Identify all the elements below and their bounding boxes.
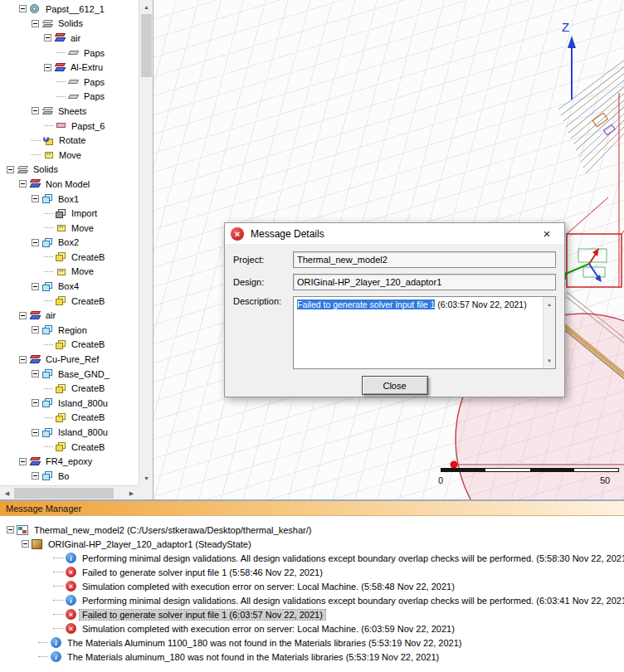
tree-expander-icon[interactable] xyxy=(32,370,39,377)
tree-item-createb[interactable]: CreateB xyxy=(0,250,139,265)
move-icon xyxy=(42,149,55,160)
tree-expander-icon[interactable] xyxy=(19,312,27,319)
tree-expander-icon[interactable] xyxy=(19,180,27,187)
tree-item-createb[interactable]: CreateB xyxy=(0,294,139,309)
description-scrollbar[interactable]: ▲ ▼ xyxy=(543,297,555,368)
tree-connector xyxy=(44,344,53,345)
vscroll-thumb[interactable] xyxy=(141,14,152,77)
tree-item-cu-pure-ref[interactable]: Cu-Pure_Ref xyxy=(0,352,139,367)
tree-item-region[interactable]: Region xyxy=(0,323,139,338)
message-row[interactable]: ×Failed to generate solver input file 1 … xyxy=(0,565,624,579)
tree-item-sheets[interactable]: Sheets xyxy=(0,104,139,119)
tree-expander-icon[interactable] xyxy=(32,472,39,480)
close-button[interactable]: Close xyxy=(362,376,428,395)
tree-item-solids[interactable]: Solids xyxy=(0,17,139,32)
tree-item-label: FR4_epoxy xyxy=(44,456,94,466)
tree-item-box4[interactable]: Box4 xyxy=(0,279,139,294)
close-icon[interactable]: × xyxy=(535,223,558,244)
message-row[interactable]: ×Simulation completed with execution err… xyxy=(0,621,624,635)
tree-item-al-extru[interactable]: Al-Extru xyxy=(0,60,139,75)
tree-item-label: Solids xyxy=(56,18,85,28)
tree-expander-icon[interactable] xyxy=(32,399,39,407)
tree-item-move[interactable]: Move xyxy=(0,148,139,163)
import-icon xyxy=(55,208,67,219)
tree-expander-icon[interactable] xyxy=(32,326,39,334)
message-row[interactable]: ORIGinal-HP_2layer_120_adaptor1 (SteadyS… xyxy=(0,537,624,551)
scroll-down-button[interactable]: ▼ xyxy=(139,471,154,485)
tree-connector xyxy=(53,586,63,587)
tree-item-move[interactable]: Move xyxy=(0,265,139,280)
tree-item-fr4-epoxy[interactable]: FR4_epoxy xyxy=(0,454,139,469)
tree-expander-icon[interactable] xyxy=(19,5,27,12)
hscroll-thumb[interactable] xyxy=(14,488,114,499)
tree-item-island-800u[interactable]: Island_800u xyxy=(0,396,139,411)
project-tree: Papst__612_1SolidsairPapsAl-ExtruPapsPap… xyxy=(0,0,139,485)
create-box-icon xyxy=(55,251,67,262)
message-manager-header[interactable]: Message Manager xyxy=(0,501,624,516)
sheet-icon xyxy=(67,91,80,102)
message-row[interactable]: iThe Materials Aluminum 1100_180 was not… xyxy=(0,635,624,650)
tree-expander-icon[interactable] xyxy=(32,283,39,290)
tree-item-createb[interactable]: CreateB xyxy=(0,381,139,396)
tree-expander-icon[interactable] xyxy=(32,195,39,202)
tree-item-box1[interactable]: Box1 xyxy=(0,192,139,207)
tree-item-solids[interactable]: Solids xyxy=(0,163,139,178)
tree-vertical-scrollbar[interactable]: ▲ ▼ xyxy=(139,0,153,485)
tree-item-bo[interactable]: Bo xyxy=(0,469,139,484)
tree-expander-icon[interactable] xyxy=(44,64,51,71)
scroll-up-button[interactable]: ▲ xyxy=(139,0,154,14)
description-field[interactable]: Failed to generate solver input file 1 (… xyxy=(293,296,556,369)
tree-item-paps[interactable]: Paps xyxy=(0,90,139,105)
scroll-right-button[interactable]: ▶ xyxy=(124,486,139,500)
tree-item-paps[interactable]: Paps xyxy=(0,46,139,61)
tree-expander-icon[interactable] xyxy=(19,356,27,363)
tree-expander-icon[interactable] xyxy=(32,429,39,436)
design-field[interactable]: ORIGinal-HP_2layer_120_adaptor1 xyxy=(293,274,556,290)
scroll-up-icon[interactable]: ▲ xyxy=(547,299,552,310)
tree-item-papst-612-1[interactable]: Papst__612_1 xyxy=(0,2,139,17)
scroll-down-icon[interactable]: ▼ xyxy=(547,355,552,367)
message-row[interactable]: ×Simulation completed with execution err… xyxy=(0,579,624,593)
tree-item-rotate[interactable]: Rotate xyxy=(0,133,139,148)
tree-horizontal-scrollbar[interactable]: ◀ ▶ xyxy=(0,485,139,499)
tree-item-label: Cu-Pure_Ref xyxy=(44,354,100,364)
tree-expander-icon[interactable] xyxy=(19,458,27,465)
tree-item-createb[interactable]: CreateB xyxy=(0,338,139,353)
box-icon xyxy=(41,237,54,248)
scroll-left-button[interactable]: ◀ xyxy=(0,486,14,500)
message-row[interactable]: ×Failed to generate solver input file 1 … xyxy=(0,607,624,621)
tree-expander-icon[interactable] xyxy=(32,239,39,246)
tree-item-move[interactable]: Move xyxy=(0,221,139,236)
material-icon xyxy=(29,456,41,467)
tree-expander-icon[interactable] xyxy=(7,526,14,533)
tree-item-paps[interactable]: Paps xyxy=(0,75,139,90)
tree-expander-icon[interactable] xyxy=(22,540,29,548)
tree-item-box2[interactable]: Box2 xyxy=(0,236,139,251)
tree-item-label: Solids xyxy=(32,164,60,174)
z-axis-label: Z xyxy=(562,20,569,34)
dialog-title-bar[interactable]: × Message Details × xyxy=(225,223,564,245)
tree-connector xyxy=(38,656,48,657)
tree-expander-icon[interactable] xyxy=(32,20,39,27)
tree-expander-icon[interactable] xyxy=(32,107,39,114)
tree-item-papst-6[interactable]: Papst_6 xyxy=(0,119,139,134)
project-field[interactable]: Thermal_new_model2 xyxy=(293,251,556,268)
create-box-icon xyxy=(55,383,67,394)
tree-item-air[interactable]: air xyxy=(0,308,139,323)
tree-item-createb[interactable]: CreateB xyxy=(0,411,139,426)
tree-item-createb[interactable]: CreateB xyxy=(0,440,139,455)
tree-item-non-model[interactable]: Non Model xyxy=(0,177,139,192)
info-icon: i xyxy=(51,637,61,648)
tree-expander-icon[interactable] xyxy=(7,166,14,173)
message-row[interactable]: iThe Materials aluminum_180 was not foun… xyxy=(0,650,624,664)
tree-expander-icon[interactable] xyxy=(44,34,51,41)
message-row[interactable]: Thermal_new_model2 (C:/Users/stkerawa/De… xyxy=(0,523,624,537)
message-text: Performing minimal design validations. A… xyxy=(80,553,624,563)
tree-item-air[interactable]: air xyxy=(0,31,139,46)
tree-item-base-gnd[interactable]: Base_GND_ xyxy=(0,367,139,382)
message-row[interactable]: iPerforming minimal design validations. … xyxy=(0,593,624,607)
tree-item-label: Box2 xyxy=(56,237,80,247)
tree-item-island-800u[interactable]: Island_800u xyxy=(0,425,139,440)
tree-item-import[interactable]: Import xyxy=(0,206,139,221)
message-row[interactable]: iPerforming minimal design validations. … xyxy=(0,551,624,565)
